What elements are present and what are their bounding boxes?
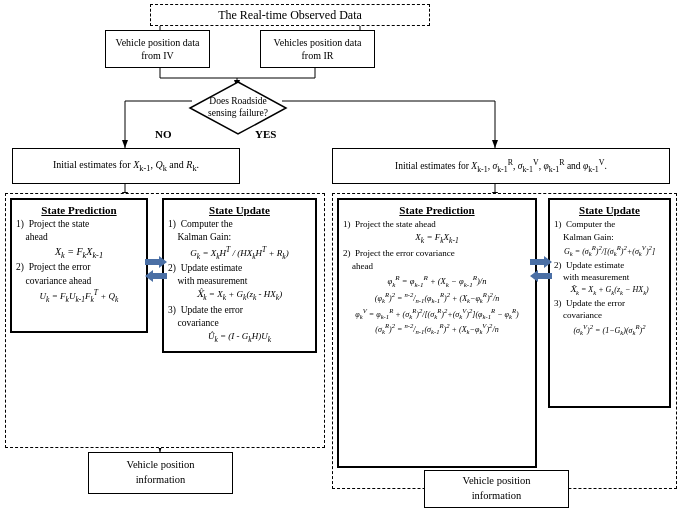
su-right-box: State Update 1) Computer the Kalman Gain… [548,198,671,408]
ir-line1: Vehicles position data [274,37,362,48]
sp-r-i4: ahead [343,260,531,273]
svg-marker-35 [530,270,552,282]
vpi-right-box: Vehicle position information [424,470,569,508]
vpi-left-l1: Vehicle position [127,459,195,470]
su-left-box: State Update 1) Computer the Kalman Gain… [162,198,317,353]
ir-box: Vehicles position data from IR [260,30,375,68]
svg-marker-31 [190,82,286,134]
vpi-right-l2: information [472,490,522,501]
vpi-right-l1: Vehicle position [463,475,531,486]
init-right-text: Initial estimates for Xk-1, σk-1R, σk-1V… [395,158,607,174]
vpi-left-box: Vehicle position information [88,452,233,494]
no-label: NO [155,128,172,140]
vpi-left-l2: information [136,474,186,485]
su-left-i4: 2) Update estimate [168,262,311,275]
su-left-i9: Ûk = (I - GkH)Uk [168,330,311,345]
su-r-i5: with measurement [554,271,665,284]
iv-line2: from IV [141,50,174,61]
sp-r-i2: Xk = FkXk-1 [343,231,531,247]
su-left-i2: Kalman Gain: [168,231,311,244]
init-left-text: Initial estimates for Xk-1, Qk and Rk. [53,159,199,173]
sp-left-item-5: covariance ahead [16,275,142,288]
sp-left-item-4: 2) Project the error [16,261,142,274]
su-left-title: State Update [168,204,311,216]
sp-left-box: State Prediction 1) Project the state ah… [10,198,148,333]
su-r-i1: 1) Computer the [554,218,665,231]
sp-r-i1: 1) Project the state ahead [343,218,531,231]
svg-marker-34 [530,256,552,268]
svg-marker-32 [145,256,167,268]
su-left-i1: 1) Computer the [168,218,311,231]
sp-right-box: State Prediction 1) Project the state ah… [337,198,537,468]
su-r-i2: Kalman Gain: [554,231,665,244]
diagram: The Real-time Observed Data Vehicle posi… [0,0,685,509]
su-r-i4: 2) Update estimate [554,259,665,272]
sp-r-i3: 2) Project the error covariance [343,247,531,260]
blue-arrow-right [530,255,555,285]
su-r-i9: (σkV)2 = (1−Gk)(σkR)2 [554,322,665,338]
su-left-i3: Gk = XkHT / (HXkHT + Rk) [168,245,311,262]
su-left-i7: 3) Update the error [168,304,311,317]
sp-left-item-1: 1) Project the state [16,218,142,231]
su-left-i8: covariance [168,317,311,330]
sp-r-i7: φkV = φk-1R + (σkR)2/[(σkR)2+(σkV)2](φk-… [343,306,531,322]
sp-left-item-3: Xk = FkXk-1 [16,245,142,262]
blue-arrow-left [145,255,170,285]
su-left-i6: X̂k = Xk + Gk(zk - HXk) [168,288,311,303]
sp-right-title: State Prediction [343,204,531,216]
su-right-title: State Update [554,204,665,216]
top-title-text: The Real-time Observed Data [218,8,362,23]
iv-box: Vehicle position data from IV [105,30,210,68]
su-r-i8: covariance [554,309,665,322]
init-right-box: Initial estimates for Xk-1, σk-1R, σk-1V… [332,148,670,184]
sp-r-i8: (σkR)2 = n-2/n-1(σk-1R)2 + (Xk−φkV)2/n [343,321,531,337]
sp-left-item-2: ahead [16,231,142,244]
sp-r-i6: (φkR)2 = n-2/n-1(φk-1R)2 + (Xk−φkR)2/n [343,290,531,306]
top-title-box: The Real-time Observed Data [150,4,430,26]
iv-line1: Vehicle position data [116,37,200,48]
sp-r-i5: φkR = φk-1R + (Xk − φk-1R)/n [343,273,531,290]
yes-label: YES [255,128,276,140]
su-r-i3: Gk = (σkR)2/[(σkR)2+(σkV)2] [554,243,665,259]
sp-left-item-6: Uk = FkUk-1FkT + Qk [16,288,142,305]
su-left-i5: with measurement [168,275,311,288]
su-r-i6: X̂k = Xk + Gk(zk − HXk) [554,284,665,297]
svg-marker-33 [145,270,167,282]
su-r-i7: 3) Update the error [554,297,665,310]
sp-left-title: State Prediction [16,204,142,216]
ir-line2: from IR [302,50,334,61]
init-left-box: Initial estimates for Xk-1, Qk and Rk. [12,148,240,184]
